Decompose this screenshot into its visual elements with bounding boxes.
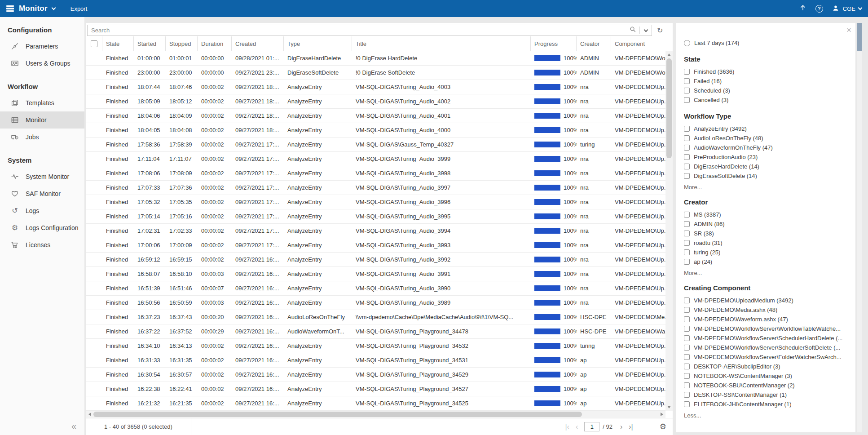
checkbox-icon[interactable] <box>684 354 690 360</box>
refresh-icon[interactable]: ↻ <box>657 27 663 34</box>
table-row[interactable]: Finished 16:21:32 16:21:35 00:00:02 09/2… <box>86 396 665 411</box>
upload-arrow-icon[interactable] <box>799 4 807 13</box>
scroll-right-arrow-icon[interactable] <box>661 413 663 416</box>
filter-option[interactable]: Cancelled (3) <box>684 95 849 105</box>
checkbox-icon[interactable] <box>684 154 690 160</box>
search-options-chevron-icon[interactable] <box>644 27 648 32</box>
scroll-up-arrow-icon[interactable] <box>667 53 671 56</box>
filter-panel-scrollbar[interactable] <box>857 23 862 432</box>
horizontal-scrollbar[interactable] <box>86 411 665 418</box>
checkbox-icon[interactable] <box>684 345 690 351</box>
sidebar-item-users-groups[interactable]: Users & Groups <box>0 55 84 72</box>
table-row[interactable]: Finished 17:11:04 17:11:07 00:00:02 09/2… <box>86 152 665 166</box>
vertical-scrollbar-thumb[interactable] <box>666 58 672 158</box>
sidebar-item-jobs[interactable]: Jobs <box>0 129 84 146</box>
last-page-button[interactable]: ›| <box>629 423 633 431</box>
column-header-title[interactable]: Title <box>352 36 531 51</box>
checkbox-icon[interactable] <box>684 164 690 169</box>
search-input[interactable] <box>88 27 629 34</box>
filter-option[interactable]: MS (3387) <box>684 210 849 219</box>
filter-option[interactable]: VM-DPEDEMO\WorkflowServer\FolderWatcherS… <box>684 352 849 362</box>
horizontal-scrollbar-thumb[interactable] <box>93 412 582 417</box>
filter-option[interactable]: Scheduled (3) <box>684 86 849 95</box>
table-row[interactable]: Finished 23:00:00 23:00:00 00:00:00 09/2… <box>86 66 665 80</box>
sidebar-item-logs-configuration[interactable]: ⚙ Logs Configuration <box>0 219 84 236</box>
filter-option[interactable]: DigEraseSoftDelete (14) <box>684 171 849 181</box>
table-row[interactable]: Finished 16:30:54 16:30:57 00:00:02 09/2… <box>86 368 665 382</box>
checkbox-icon[interactable] <box>684 326 690 332</box>
table-row[interactable]: Finished 16:31:33 16:31:35 00:00:02 09/2… <box>86 353 665 368</box>
checkbox-icon[interactable] <box>684 249 690 255</box>
filter-option[interactable]: VM-DPEDEMO\UploadMedium (3492) <box>684 296 849 305</box>
checkbox-icon[interactable] <box>684 231 690 236</box>
filter-option[interactable]: DESKTOP-AER\SubclipEditor (3) <box>684 362 849 371</box>
filter-option[interactable]: AudioWaveformOnTheFly (47) <box>684 143 849 152</box>
checkbox-icon[interactable] <box>684 126 690 132</box>
filter-option[interactable]: VM-DPEDEMO\WorkflowServer\SchedulerSoftD… <box>684 343 849 352</box>
settings-gear-icon[interactable]: ⚙ <box>660 423 666 431</box>
filter-option[interactable]: VM-DPEDEMO\WorkflowServer\WorkflowTableW… <box>684 324 849 333</box>
filter-more-link[interactable]: More... <box>684 270 849 276</box>
filter-option[interactable]: Failed (16) <box>684 76 849 86</box>
checkbox-icon[interactable] <box>684 382 690 388</box>
checkbox-icon[interactable] <box>684 69 690 75</box>
checkbox-icon[interactable] <box>684 373 690 379</box>
column-header-started[interactable]: Started <box>134 36 166 51</box>
filter-panel-scrollbar-thumb[interactable] <box>857 23 862 51</box>
table-row[interactable]: Finished 16:59:12 16:59:15 00:00:02 09/2… <box>86 253 665 267</box>
checkbox-icon[interactable] <box>684 364 690 369</box>
checkbox-icon[interactable] <box>684 401 690 407</box>
sidebar-item-logs[interactable]: ↺ Logs <box>0 202 84 219</box>
collapse-sidebar-icon[interactable]: « <box>71 421 76 431</box>
table-row[interactable]: Finished 17:07:33 17:07:36 00:00:02 09/2… <box>86 181 665 195</box>
filter-option[interactable]: PreProductionAudio (23) <box>684 152 849 162</box>
table-row[interactable]: Finished 16:22:38 16:22:41 00:00:02 09/2… <box>86 382 665 396</box>
filter-option[interactable]: Finished (3636) <box>684 67 849 76</box>
filter-option[interactable]: ELITEBOOK-JHI\ContentManager (1) <box>684 399 849 409</box>
chevron-down-icon[interactable] <box>51 6 56 10</box>
table-row[interactable]: Finished 17:02:31 17:02:33 00:00:02 09/2… <box>86 224 665 238</box>
checkbox-icon[interactable] <box>684 297 690 303</box>
search-icon[interactable] <box>629 26 637 35</box>
filter-option[interactable]: VM-DPEDEMO\WorkflowServer\SchedulerHardD… <box>684 333 849 343</box>
radio-icon[interactable] <box>684 40 690 46</box>
column-header-state[interactable]: State <box>102 36 134 51</box>
app-title[interactable]: Monitor <box>19 4 48 13</box>
menu-export[interactable]: Export <box>70 5 88 12</box>
checkbox-icon[interactable] <box>684 88 690 93</box>
filter-option[interactable]: SR (38) <box>684 229 849 238</box>
sidebar-item-licenses[interactable]: Licenses <box>0 236 84 253</box>
table-row[interactable]: Finished 18:05:09 18:05:12 00:00:02 09/2… <box>86 94 665 109</box>
table-row[interactable]: Finished 17:05:32 17:05:35 00:00:02 09/2… <box>86 195 665 209</box>
column-header-duration[interactable]: Duration <box>198 36 232 51</box>
checkbox-icon[interactable] <box>684 145 690 151</box>
filter-option[interactable]: DESKTOP-SSI\ContentManager (1) <box>684 390 849 399</box>
column-header-type[interactable]: Type <box>284 36 352 51</box>
table-row[interactable]: Finished 18:07:44 18:07:46 00:00:02 09/2… <box>86 80 665 94</box>
next-page-button[interactable]: › <box>620 423 622 431</box>
checkbox-icon[interactable] <box>684 212 690 218</box>
column-header-stopped[interactable]: Stopped <box>166 36 198 51</box>
filter-time-range-last-7-days[interactable]: Last 7 days (174) <box>684 38 849 48</box>
table-row[interactable]: Finished 16:34:10 16:34:13 00:00:02 09/2… <box>86 339 665 353</box>
previous-page-button[interactable]: ‹ <box>576 423 578 431</box>
checkbox-icon[interactable] <box>684 221 690 227</box>
checkbox-icon[interactable] <box>684 78 690 84</box>
sidebar-item-parameters[interactable]: Parameters <box>0 38 84 55</box>
checkbox-icon[interactable] <box>684 307 690 313</box>
column-header-component[interactable]: Component <box>611 36 665 51</box>
scroll-left-arrow-icon[interactable] <box>88 413 91 416</box>
filter-option[interactable]: VM-DPEDEMO\Media.ashx (48) <box>684 305 849 315</box>
table-row[interactable]: Finished 16:58:07 16:58:10 00:00:03 09/2… <box>86 267 665 281</box>
table-row[interactable]: Finished 16:51:39 16:51:46 00:00:07 09/2… <box>86 281 665 296</box>
help-icon[interactable]: ? <box>815 5 823 13</box>
filter-option[interactable]: NOTEBOOK-SBU\ContentManager (2) <box>684 381 849 390</box>
filter-more-link[interactable]: More... <box>684 184 849 191</box>
filter-option[interactable]: VM-DPEDEMO\Waveform.ashx (47) <box>684 315 849 324</box>
table-row[interactable]: Finished 17:00:06 17:00:09 00:00:02 09/2… <box>86 238 665 253</box>
column-header-creator[interactable]: Creator <box>577 36 611 51</box>
table-row[interactable]: Finished 18:04:06 18:04:09 00:00:02 09/2… <box>86 109 665 123</box>
filter-option[interactable]: AnalyzeEntry (3492) <box>684 124 849 133</box>
column-header-created[interactable]: Created <box>232 36 284 51</box>
page-number-input[interactable] <box>584 422 599 431</box>
